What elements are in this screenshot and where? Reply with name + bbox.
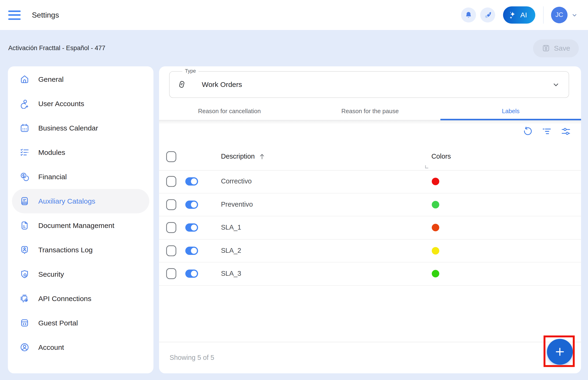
sidebar-item-auxiliary-catalogs[interactable]: Auxiliary Catalogs — [12, 189, 149, 213]
row-description: SLA_1 — [221, 224, 241, 232]
sidebar-item-label: General — [38, 75, 63, 83]
sidebar-item-security[interactable]: Security — [12, 262, 149, 286]
avatar[interactable]: JC — [551, 7, 567, 23]
sidebar-item-modules[interactable]: Modules — [12, 140, 149, 165]
checklist-icon — [20, 147, 30, 157]
user-add-icon — [20, 99, 30, 109]
refresh-icon[interactable] — [523, 126, 533, 136]
footer-divider — [159, 342, 581, 342]
row-toggle[interactable] — [185, 201, 198, 209]
table-row-sla-1[interactable]: SLA_1 — [159, 216, 581, 239]
color-dot — [432, 224, 439, 231]
account-chevron-down-icon[interactable] — [571, 11, 579, 19]
calendar-icon — [20, 123, 30, 133]
row-toggle[interactable] — [185, 177, 198, 186]
select-all-checkbox[interactable] — [166, 151, 176, 162]
notifications-button[interactable] — [461, 7, 476, 22]
account-icon — [20, 342, 30, 352]
sparkle-icon — [508, 11, 517, 19]
color-dot — [432, 247, 439, 254]
topbar-actions: AI JC — [457, 6, 588, 24]
sidebar-item-account[interactable]: Account — [12, 335, 149, 359]
whats-new-button[interactable] — [480, 7, 495, 22]
tag-icon — [177, 79, 187, 90]
color-dot — [432, 178, 439, 185]
table-row-correctivo[interactable]: Correctivo — [159, 170, 581, 193]
row-toggle[interactable] — [185, 247, 198, 255]
tab-reason-for-cancellation[interactable]: Reason for cancellation — [159, 102, 300, 120]
table-header: Description Colors — [159, 143, 581, 171]
row-checkbox[interactable] — [166, 268, 176, 279]
add-button[interactable] — [547, 339, 573, 364]
breadcrumb: Activación Fracttal - Español - 477 — [8, 44, 105, 52]
table-row-preventivo[interactable]: Preventivo — [159, 193, 581, 216]
table-row-sla-2[interactable]: SLA_2 — [159, 239, 581, 262]
save-button[interactable]: Save — [533, 39, 579, 57]
catalog-icon — [20, 196, 30, 206]
sidebar-item-transactions-log[interactable]: Transactions Log — [12, 238, 149, 262]
toggle-knob — [191, 178, 197, 185]
menu-icon[interactable] — [8, 10, 21, 20]
sidebar-item-label: Document Management — [38, 221, 114, 229]
row-checkbox[interactable] — [166, 176, 176, 187]
toggle-knob — [191, 271, 197, 277]
sub-header: Activación Fracttal - Español - 477 Save — [0, 30, 588, 66]
sidebar-item-label: Modules — [38, 148, 65, 156]
sidebar-item-guest-portal[interactable]: Guest Portal — [12, 311, 149, 335]
tab-shadow — [159, 120, 581, 125]
row-toggle[interactable] — [185, 224, 198, 232]
row-toggle[interactable] — [185, 270, 198, 278]
row-description: SLA_2 — [221, 247, 241, 255]
sidebar-item-business-calendar[interactable]: Business Calendar — [12, 116, 149, 140]
app-window: Settings — [0, 0, 588, 380]
column-resize-icon — [425, 165, 429, 169]
sidebar-list: GeneralUser AccountsBusiness CalendarMod… — [8, 67, 154, 359]
save-floppy-icon — [542, 44, 550, 53]
sidebar-item-user-accounts[interactable]: User Accounts — [12, 91, 149, 116]
sidebar-item-label: Financial — [38, 173, 67, 181]
type-select-value: Work Orders — [202, 80, 242, 89]
topbar-divider — [543, 6, 544, 24]
row-checkbox[interactable] — [166, 222, 176, 233]
portal-icon — [20, 318, 30, 328]
sidebar-item-api-connections[interactable]: API Connections — [12, 286, 149, 311]
sidebar-item-financial[interactable]: Financial — [12, 165, 149, 189]
row-description: Preventivo — [221, 201, 253, 209]
filter-icon[interactable] — [542, 126, 552, 136]
bell-icon — [465, 11, 473, 19]
sidebar-item-document-management[interactable]: Document Management — [12, 213, 149, 238]
toggle-knob — [191, 202, 197, 208]
sidebar-item-label: User Accounts — [38, 100, 84, 108]
tab-labels[interactable]: Labels — [440, 102, 581, 120]
chevron-down-icon — [551, 80, 560, 89]
row-checkbox[interactable] — [166, 199, 176, 210]
type-select-label: Type — [182, 68, 199, 74]
save-button-label: Save — [554, 44, 570, 52]
tabs: Reason for cancellationReason for the pa… — [159, 102, 581, 120]
table-row-sla-3[interactable]: SLA_3 — [159, 262, 581, 285]
ai-button[interactable]: AI — [503, 6, 535, 24]
sidebar-item-label: Account — [38, 343, 64, 351]
sidebar-item-label: API Connections — [38, 294, 91, 303]
page-title: Settings — [32, 11, 59, 19]
rocket-icon — [484, 11, 492, 19]
sidebar-item-label: Business Calendar — [38, 124, 98, 132]
column-header-description[interactable]: Description — [221, 143, 266, 170]
financial-icon — [20, 172, 30, 182]
type-select[interactable]: Type Work Orders — [169, 71, 569, 98]
color-dot — [432, 201, 439, 208]
color-dot — [432, 270, 439, 277]
sidebar-item-general[interactable]: General — [12, 67, 149, 91]
sidebar-item-label: Auxiliary Catalogs — [38, 197, 95, 205]
ai-button-label: AI — [520, 11, 527, 19]
tab-reason-for-the-pause[interactable]: Reason for the pause — [300, 102, 440, 120]
document-icon — [20, 220, 30, 230]
sliders-icon[interactable] — [561, 126, 571, 136]
showing-count: Showing 5 of 5 — [169, 342, 214, 373]
row-checkbox[interactable] — [166, 245, 176, 256]
row-description: SLA_3 — [221, 270, 241, 278]
top-bar: Settings — [0, 0, 588, 30]
sort-ascending-icon — [258, 152, 266, 160]
main-panel: Type Work Orders Reason for cancellation… — [159, 66, 581, 373]
table-toolbar — [523, 126, 571, 136]
